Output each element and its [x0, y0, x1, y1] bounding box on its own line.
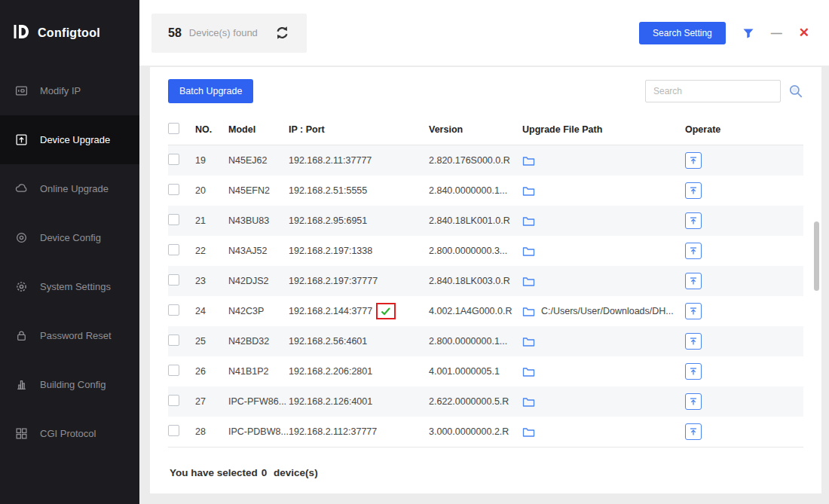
sidebar-menu: Modify IP Device Upgrade Online Upgrade	[0, 66, 139, 458]
sidebar-item-device-upgrade[interactable]: Device Upgrade	[0, 115, 139, 164]
row-model: N43AJ52	[228, 246, 289, 256]
row-ip-port: 192.168.2.56:4601	[289, 336, 429, 347]
column-header-model: Model	[228, 124, 289, 135]
online-upgrade-icon	[15, 182, 29, 196]
device-config-icon	[15, 231, 29, 245]
browse-folder-button[interactable]	[522, 306, 535, 317]
row-checkbox[interactable]	[168, 274, 179, 286]
system-settings-icon	[15, 280, 29, 294]
device-table-body: 19 N45EJ62 192.168.2.11:37777 2.820.176S…	[168, 145, 803, 447]
row-version: 2.800.0000000.1...	[429, 336, 522, 347]
column-header-version: Version	[429, 124, 522, 135]
cgi-protocol-icon	[15, 427, 29, 441]
row-checkbox[interactable]	[168, 334, 179, 346]
selection-count: 0	[262, 467, 268, 478]
sidebar-item-building-config[interactable]: Building Config	[0, 360, 139, 409]
row-number: 20	[195, 185, 228, 196]
row-checkbox[interactable]	[168, 244, 179, 255]
device-count: 58	[168, 26, 182, 40]
logo-mark-icon	[12, 23, 30, 43]
upload-button[interactable]	[685, 393, 702, 410]
row-ip-port: 192.168.2.206:2801	[289, 366, 429, 377]
minimize-button[interactable]: —	[771, 27, 782, 38]
row-version: 2.840.18LK003.0.R	[429, 276, 522, 286]
sidebar-item-modify-ip[interactable]: Modify IP	[0, 66, 139, 115]
selection-suffix: device(s)	[274, 467, 318, 478]
upload-button[interactable]	[685, 333, 702, 350]
row-checkbox[interactable]	[168, 184, 179, 195]
browse-folder-button[interactable]	[522, 215, 535, 227]
row-upgrade-file-path	[522, 185, 685, 197]
filter-icon[interactable]	[742, 27, 754, 39]
select-all-checkbox[interactable]	[168, 123, 179, 134]
upload-button[interactable]	[685, 423, 702, 440]
search-input[interactable]	[645, 80, 781, 102]
browse-folder-button[interactable]	[522, 336, 535, 347]
column-header-operate: Operate	[685, 124, 803, 135]
sidebar-item-system-settings[interactable]: System Settings	[0, 262, 139, 311]
row-checkbox[interactable]	[168, 425, 179, 436]
search-box	[645, 80, 803, 102]
row-upgrade-file-path	[522, 276, 685, 287]
row-version: 2.820.176S000.0.R	[429, 155, 522, 166]
column-header-ip-port: IP : Port	[289, 124, 429, 135]
browse-folder-button[interactable]	[522, 396, 535, 408]
row-version: 2.622.0000000.5.R	[429, 396, 522, 407]
close-button[interactable]: ✕	[799, 26, 809, 39]
row-checkbox[interactable]	[168, 365, 179, 376]
row-number: 28	[195, 426, 228, 437]
upload-button[interactable]	[685, 182, 702, 199]
row-ip-port: 192.168.2.197:37777	[289, 276, 429, 286]
sidebar-item-label: Building Config	[40, 379, 106, 390]
app-logo: Configtool	[0, 0, 139, 66]
search-icon[interactable]	[788, 84, 803, 99]
row-ip-port: 192.168.2.197:1338	[289, 246, 429, 256]
browse-folder-button[interactable]	[522, 276, 535, 287]
row-version: 4.002.1A4G000.0.R	[429, 306, 522, 316]
upload-button[interactable]	[685, 273, 702, 289]
building-icon	[15, 378, 29, 392]
sidebar-item-cgi-protocol[interactable]: CGI Protocol	[0, 409, 139, 458]
row-number: 24	[195, 306, 228, 316]
row-checkbox[interactable]	[168, 395, 179, 406]
sidebar-item-device-config[interactable]: Device Config	[0, 213, 139, 262]
device-table: NO. Model IP : Port Version Upgrade File…	[150, 114, 821, 447]
sidebar-item-online-upgrade[interactable]: Online Upgrade	[0, 164, 139, 213]
browse-folder-button[interactable]	[522, 426, 535, 438]
upload-button[interactable]	[685, 212, 702, 229]
row-model: N45EJ62	[228, 155, 289, 166]
row-version: 2.840.0000000.1...	[429, 185, 522, 196]
browse-folder-button[interactable]	[522, 366, 535, 377]
selection-summary: You have selected0 device(s)	[150, 447, 821, 493]
upload-button[interactable]	[685, 303, 702, 319]
sidebar-item-password-reset[interactable]: Password Reset	[0, 311, 139, 360]
row-checkbox[interactable]	[168, 154, 179, 165]
upload-button[interactable]	[685, 152, 702, 169]
scrollbar-thumb[interactable]	[814, 221, 819, 291]
row-number: 21	[195, 215, 228, 226]
row-number: 27	[195, 396, 228, 407]
row-operate	[685, 182, 803, 199]
browse-folder-button[interactable]	[522, 155, 535, 166]
row-number: 26	[195, 366, 228, 377]
upload-button[interactable]	[685, 243, 702, 259]
row-model: N42C3P	[228, 306, 289, 316]
configtool-window: Configtool Modify IP Device Upgrade	[0, 0, 829, 504]
selection-prefix: You have selected	[170, 467, 258, 478]
browse-folder-button[interactable]	[522, 185, 535, 197]
refresh-button[interactable]	[274, 25, 290, 41]
search-setting-button[interactable]: Search Setting	[639, 22, 726, 44]
row-upgrade-file-path	[522, 155, 685, 166]
row-upgrade-file-path	[522, 366, 685, 377]
window-controls: Search Setting — ✕	[639, 22, 809, 44]
row-operate	[685, 363, 803, 380]
upload-button[interactable]	[685, 363, 702, 380]
main-area: 58 Device(s) found Search Setting	[139, 0, 829, 504]
batch-upgrade-button[interactable]: Batch Upgrade	[168, 79, 253, 103]
row-checkbox[interactable]	[168, 214, 179, 225]
row-ip-port: 192.168.2.126:4001	[289, 396, 429, 407]
browse-folder-button[interactable]	[522, 246, 535, 257]
row-checkbox[interactable]	[168, 304, 179, 316]
device-count-chip: 58 Device(s) found	[151, 14, 307, 53]
row-upgrade-file-path	[522, 215, 685, 227]
